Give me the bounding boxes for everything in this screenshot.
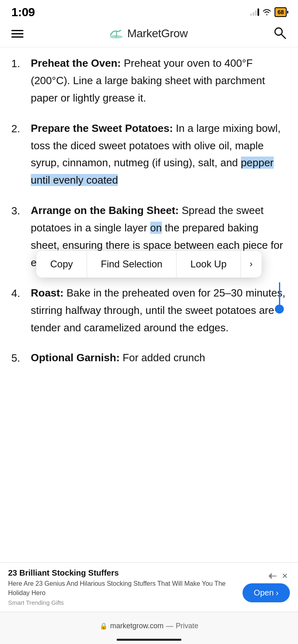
- context-menu-look-up[interactable]: Look Up: [177, 251, 241, 278]
- status-bar: 1:09 68: [0, 0, 298, 22]
- logo-text: MarketGrow: [127, 27, 187, 40]
- ad-close-icon[interactable]: ✕: [279, 572, 290, 580]
- step-text-1: Preheat the Oven: Preheat your oven to 4…: [31, 55, 287, 107]
- step-number-2: 2.: [11, 120, 23, 189]
- context-menu-more[interactable]: ›: [241, 251, 262, 278]
- step-5: 5. Optional Garnish: For added crunch: [11, 349, 287, 367]
- svg-line-2: [281, 34, 285, 38]
- step-bold-4: Roast:: [31, 287, 64, 299]
- step-4: 4. Roast: Bake in the preheated oven for…: [11, 284, 287, 337]
- cursor-dot[interactable]: [275, 305, 284, 314]
- wifi-icon: [262, 8, 271, 16]
- step-bold-3: Arrange on the Baking Sheet:: [31, 204, 179, 216]
- step-2: 2. Prepare the Sweet Potatoes: In a larg…: [11, 120, 287, 189]
- url-text: marketgrow.com: [110, 622, 164, 630]
- status-time: 1:09: [11, 5, 35, 19]
- ad-back-icon[interactable]: [267, 572, 278, 580]
- steps-list: 1. Preheat the Oven: Preheat your oven t…: [11, 55, 287, 367]
- step-number-5: 5.: [11, 349, 23, 367]
- status-icons: 68: [250, 7, 287, 17]
- context-menu-copy[interactable]: Copy: [36, 251, 87, 278]
- logo[interactable]: MarketGrow: [109, 27, 187, 40]
- step-rest-4: Bake in the preheated oven for 25–30 min…: [31, 287, 285, 334]
- ad-content: 23 Brilliant Stocking Stuffers Here Are …: [8, 568, 237, 606]
- header: MarketGrow: [0, 22, 298, 47]
- private-label: Private: [176, 622, 198, 630]
- step-bold-2: Prepare the Sweet Potatoes:: [31, 122, 173, 134]
- bottom-url[interactable]: 🔒 marketgrow.com — Private: [100, 622, 198, 630]
- step-number-1: 1.: [11, 55, 23, 107]
- step-text-4: Roast: Bake in the preheated oven for 25…: [31, 284, 287, 337]
- logo-icon: [109, 28, 124, 39]
- step-number-4: 4.: [11, 284, 23, 337]
- lock-icon: 🔒: [100, 622, 108, 630]
- ad-open-button[interactable]: Open ›: [243, 583, 290, 602]
- ad-controls: ✕: [267, 572, 290, 580]
- signal-icon: [250, 8, 259, 16]
- search-button[interactable]: [273, 26, 287, 41]
- step-text-5: Optional Garnish: For added crunch: [31, 349, 287, 367]
- step-rest-5: For added crunch: [123, 352, 205, 364]
- ad-title: 23 Brilliant Stocking Stuffers: [8, 568, 237, 578]
- context-menu: Copy Find Selection Look Up ›: [36, 251, 262, 278]
- context-menu-find-selection[interactable]: Find Selection: [87, 251, 177, 278]
- selected-text-3: on: [150, 222, 162, 234]
- step-text-2: Prepare the Sweet Potatoes: In a large m…: [31, 120, 287, 189]
- step-bold-1: Preheat the Oven:: [31, 57, 121, 69]
- ad-source: Smart Trending Gifts: [8, 599, 237, 606]
- ad-right: ✕ Open ›: [243, 572, 290, 602]
- url-separator: —: [166, 622, 173, 630]
- home-indicator: [117, 639, 181, 641]
- step-1: 1. Preheat the Oven: Preheat your oven t…: [11, 55, 287, 107]
- ad-banner: 23 Brilliant Stocking Stuffers Here Are …: [0, 562, 298, 612]
- svg-rect-4: [271, 576, 277, 576]
- selection-cursor: [258, 282, 298, 314]
- cursor-line: [279, 282, 280, 305]
- step-bold-5: Optional Garnish:: [31, 352, 120, 364]
- hamburger-menu-icon[interactable]: [11, 30, 23, 38]
- step-number-3: 3.: [11, 202, 23, 271]
- main-content: 1. Preheat the Oven: Preheat your oven t…: [0, 47, 298, 367]
- ad-subtitle: Here Are 23 Genius And Hilarious Stockin…: [8, 579, 237, 597]
- battery-icon: 68: [275, 7, 287, 17]
